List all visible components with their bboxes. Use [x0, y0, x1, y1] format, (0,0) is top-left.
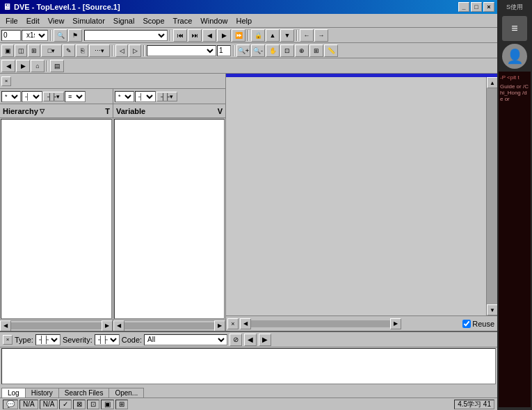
up-btn[interactable]: ▲ [266, 29, 280, 42]
hier-scroll-left[interactable]: ◀ [0, 320, 11, 331]
menu-scope[interactable]: Scope [138, 15, 168, 26]
var-scroll-right[interactable]: ▶ [214, 320, 225, 331]
nav-btn-3[interactable]: ◀ [202, 29, 216, 42]
nav-btn-1[interactable]: ⏮ [173, 29, 187, 42]
timescale-select[interactable]: x1s [22, 30, 48, 41]
hier-filter-btn[interactable]: ┤├▾ [43, 92, 64, 101]
wave-vscroll-up[interactable]: ▲ [487, 77, 497, 88]
tb2-btn-7[interactable]: ⋯▾ [89, 44, 110, 57]
btm-next-btn[interactable]: ▶ [259, 334, 271, 346]
separator-3 [248, 30, 249, 41]
nav-btn-2[interactable]: ⏭ [188, 29, 202, 42]
tb2-btn-8[interactable]: ◁ [115, 44, 128, 57]
fwd2-btn[interactable]: ▶ [16, 60, 30, 72]
separator-8 [47, 60, 48, 72]
log-content[interactable] [1, 348, 496, 384]
wave-hscroll-left[interactable]: ◀ [240, 318, 251, 329]
btm-prev-btn[interactable]: ◀ [244, 334, 257, 346]
hier-scroll-right[interactable]: ▶ [102, 320, 113, 331]
btm-stop-btn[interactable]: ⊘ [229, 334, 242, 346]
var-type-select[interactable]: ┤├ [135, 91, 156, 102]
fwd-btn[interactable]: → [314, 29, 328, 42]
variable-content[interactable] [114, 119, 225, 319]
wave-vscroll: ▲ ▼ [486, 77, 497, 315]
hierarchy-content[interactable] [1, 119, 112, 319]
menu-simulator[interactable]: Simulator [68, 15, 108, 26]
zoom-sel-btn[interactable]: ⊕ [295, 44, 309, 57]
tb2-select[interactable] [147, 45, 216, 56]
toolbar-3: ◀ ▶ ⌂ ▤ [0, 58, 497, 74]
minimize-button[interactable]: _ [458, 2, 469, 12]
sidebar-expand-btn[interactable]: ≡ [502, 16, 527, 41]
status-btn2[interactable]: ⊠ [73, 400, 86, 409]
menu-edit[interactable]: Edit [22, 15, 44, 26]
down-btn[interactable]: ▼ [280, 29, 294, 42]
menu-view[interactable]: View [44, 15, 69, 26]
severity-select[interactable]: ┤├ [95, 334, 120, 345]
tb2-btn-3[interactable]: ⊞ [28, 44, 40, 57]
zoom-in-btn[interactable]: 🔍+ [236, 44, 250, 57]
menu-help[interactable]: Help [232, 15, 256, 26]
search-select[interactable] [84, 30, 168, 41]
tb2-input[interactable] [217, 45, 231, 56]
lock-btn[interactable]: 🔒 [251, 29, 265, 42]
separator-6 [143, 45, 145, 56]
tab-history[interactable]: History [25, 388, 59, 397]
wave-hscroll-area: × ◀ ▶ [226, 318, 462, 329]
hier-type-select[interactable]: ┤├ [22, 91, 42, 102]
wave-close-btn[interactable]: × [227, 318, 239, 329]
reuse-checkbox[interactable] [462, 320, 471, 328]
menu-window[interactable]: Window [196, 15, 232, 26]
var-filter-select[interactable]: * [115, 91, 134, 102]
tab-log[interactable]: Log [1, 388, 26, 397]
wave-hscroll-right[interactable]: ▶ [390, 318, 401, 329]
time-input[interactable] [1, 30, 21, 41]
menu-signal[interactable]: Signal [109, 15, 139, 26]
wave-vscroll-down[interactable]: ▼ [487, 304, 497, 315]
home-btn[interactable]: ⌂ [31, 60, 45, 72]
hier-view-select[interactable]: ≡ [65, 91, 86, 102]
menu-file[interactable]: File [1, 15, 22, 26]
tab-open[interactable]: Open... [108, 388, 144, 397]
status-btn3[interactable]: ⊡ [87, 400, 99, 409]
type-select[interactable]: ┤├ [35, 334, 61, 345]
status-btn5[interactable]: ⊞ [115, 400, 128, 409]
tb2-btn-6[interactable]: ⎘ [76, 44, 88, 57]
code-label: Code: [122, 336, 142, 344]
waveform-main[interactable] [226, 77, 486, 315]
waveform-with-scroll: ▲ ▼ [226, 77, 497, 315]
status-btn1[interactable]: ✓ [59, 400, 72, 409]
app-window: 🖥 DVE - TopLevel.1 - [Source.1] _ □ × Fi… [0, 0, 497, 410]
nav-btn-5[interactable]: ⏩ [232, 29, 245, 42]
close-button[interactable]: × [483, 2, 494, 12]
menu-trace[interactable]: Trace [169, 15, 197, 26]
tb2-btn-4[interactable]: □▾ [41, 44, 62, 57]
hand-btn[interactable]: ✋ [266, 44, 280, 57]
ruler-btn[interactable]: 📏 [324, 44, 338, 57]
zoom-box-btn[interactable]: ⊞ [309, 44, 323, 57]
var-filter-btn[interactable]: ┤├▾ [156, 92, 177, 101]
sidebar-avatar[interactable]: 👤 [502, 44, 527, 69]
code-select[interactable]: All [144, 334, 227, 345]
tab-search-files[interactable]: Search Files [58, 388, 110, 397]
btm-close-btn[interactable]: × [3, 335, 13, 345]
collapse-btn[interactable]: ▤ [50, 60, 64, 72]
maximize-button[interactable]: □ [471, 2, 482, 12]
close-left-panel-btn[interactable]: × [1, 76, 11, 86]
fit-btn[interactable]: ⊡ [280, 44, 294, 57]
hier-filter-select[interactable]: * [1, 91, 21, 102]
zoom-out-btn[interactable]: 🔍- [251, 44, 265, 57]
back2-btn[interactable]: ◀ [1, 60, 15, 72]
search-button[interactable]: ⚑ [68, 29, 82, 42]
status-btn4[interactable]: ▣ [101, 400, 114, 409]
tb2-btn-9[interactable]: ▷ [129, 44, 141, 57]
var-scroll-left[interactable]: ◀ [113, 320, 124, 331]
back-btn[interactable]: ← [300, 29, 314, 42]
find-button[interactable]: 🔍 [54, 29, 67, 42]
tb2-btn-5[interactable]: ✎ [63, 44, 75, 57]
tb2-btn-1[interactable]: ▣ [1, 44, 14, 57]
left-column: × * ┤├ [0, 74, 226, 331]
status-chat-icon[interactable]: 💬 [3, 400, 18, 409]
tb2-btn-2[interactable]: ◫ [15, 44, 27, 57]
nav-btn-4[interactable]: ▶ [217, 29, 231, 42]
